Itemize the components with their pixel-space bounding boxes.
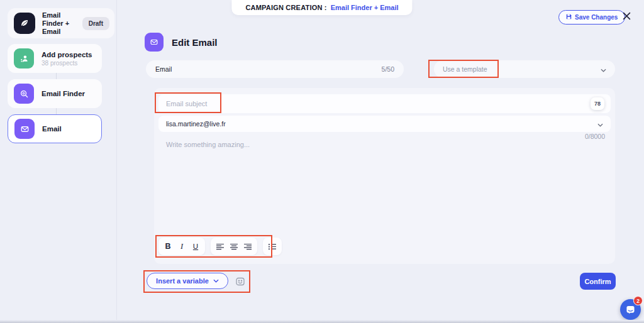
bottom-edge-shadow bbox=[0, 320, 644, 323]
sidebar-divider bbox=[116, 0, 117, 323]
user-plus-icon bbox=[14, 48, 34, 68]
sidebar-item-add-prospects[interactable]: Add prospects 38 prospects bbox=[8, 44, 102, 73]
email-subject-placeholder: Email subject bbox=[166, 100, 207, 107]
sidebar-item-email[interactable]: Email bbox=[8, 114, 102, 143]
campaign-title: Email Finder + Email bbox=[42, 11, 82, 36]
list-icon[interactable] bbox=[265, 239, 279, 253]
email-editor-card: Email subject 78 lisa.martinez@live.fr 0… bbox=[154, 88, 615, 264]
align-center-icon[interactable] bbox=[227, 239, 241, 253]
page-title: Edit Email bbox=[172, 37, 218, 48]
page-title-wrap: Edit Email bbox=[145, 33, 218, 52]
text-style-group: B I U bbox=[158, 238, 205, 255]
align-left-icon[interactable] bbox=[213, 239, 227, 253]
close-icon[interactable] bbox=[620, 9, 633, 22]
insert-variable-button[interactable]: Insert a variable bbox=[147, 273, 228, 289]
body-char-counter: 0/8000 bbox=[585, 133, 605, 140]
sender-email-value: lisa.martinez@live.fr bbox=[166, 120, 226, 128]
sidebar-item-label: Email bbox=[42, 125, 62, 133]
italic-button[interactable]: I bbox=[175, 239, 189, 253]
alignment-group bbox=[211, 238, 257, 255]
sidebar-item-email-finder[interactable]: Email Finder bbox=[8, 79, 102, 108]
chevron-down-icon bbox=[213, 279, 219, 283]
step-connector bbox=[56, 73, 57, 79]
edit-email-envelope-icon bbox=[145, 33, 164, 52]
use-template-placeholder: Use a template bbox=[443, 65, 487, 73]
email-body-placeholder: Write something amazing... bbox=[166, 141, 250, 148]
formatting-toolbar: B I U bbox=[158, 238, 282, 255]
align-right-icon[interactable] bbox=[241, 239, 255, 253]
save-changes-label: Save Changes bbox=[575, 14, 618, 21]
sidebar-item-label: Email Finder bbox=[42, 90, 85, 97]
breadcrumb-campaign-link[interactable]: Email Finder + Email bbox=[331, 4, 399, 11]
underline-button[interactable]: U bbox=[189, 239, 203, 253]
email-name-input[interactable]: Email 5/50 bbox=[146, 60, 404, 78]
save-icon bbox=[566, 14, 572, 21]
campaign-logo-icon bbox=[14, 13, 35, 34]
breadcrumb-label: CAMPAIGN CREATION : bbox=[245, 4, 326, 11]
chat-unread-badge: 2 bbox=[633, 296, 643, 305]
save-changes-button[interactable]: Save Changes bbox=[558, 10, 625, 25]
name-char-counter: 5/50 bbox=[382, 65, 394, 73]
envelope-icon bbox=[14, 119, 35, 139]
email-finder-search-icon bbox=[14, 84, 34, 104]
sidebar-campaign-card[interactable]: Email Finder + Email Draft bbox=[8, 8, 114, 38]
emoji-picker-icon[interactable] bbox=[235, 276, 245, 287]
email-subject-input[interactable]: Email subject 78 bbox=[158, 94, 611, 113]
bold-button[interactable]: B bbox=[161, 239, 175, 253]
confirm-button[interactable]: Confirm bbox=[580, 273, 616, 290]
deliverability-score-badge: 78 bbox=[591, 97, 604, 110]
use-template-dropdown[interactable]: Use a template bbox=[434, 60, 615, 78]
list-group bbox=[263, 238, 282, 255]
breadcrumb: CAMPAIGN CREATION : Email Finder + Email bbox=[231, 0, 412, 15]
chevron-down-icon bbox=[601, 63, 606, 75]
email-name-value: Email bbox=[155, 65, 172, 73]
campaign-editor-page: CAMPAIGN CREATION : Email Finder + Email… bbox=[0, 0, 644, 323]
sidebar-item-label: Add prospects bbox=[42, 51, 92, 58]
prospect-count: 38 prospects bbox=[42, 60, 92, 67]
step-connector bbox=[56, 108, 57, 114]
status-badge: Draft bbox=[82, 17, 109, 30]
insert-variable-label: Insert a variable bbox=[156, 277, 209, 285]
